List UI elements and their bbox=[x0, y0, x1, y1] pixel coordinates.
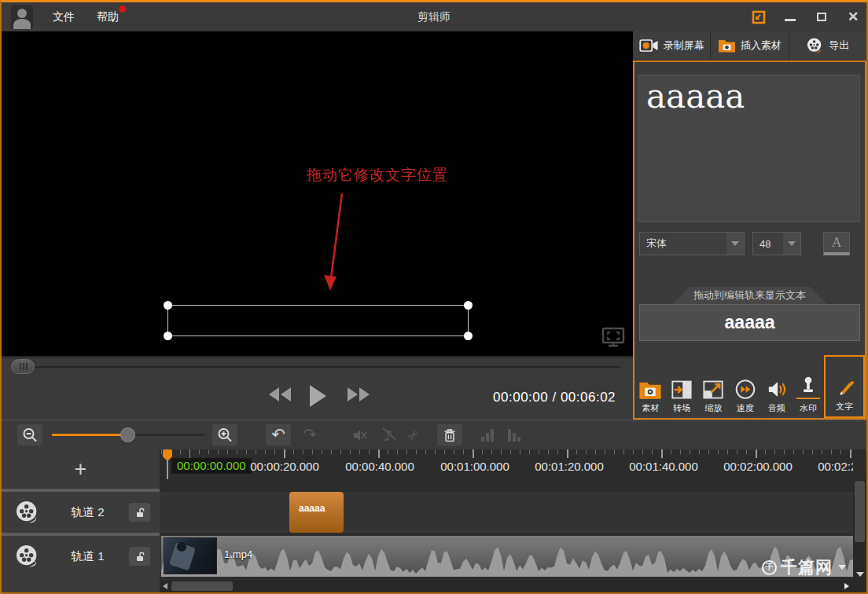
timeline-ruler[interactable]: 00:00:00.000 00:00:20.000 00:00:40.000 0… bbox=[160, 449, 853, 479]
vertical-scrollbar-thumb[interactable] bbox=[855, 481, 865, 542]
timeline-content: 00:00:00.000 00:00:20.000 00:00:40.000 0… bbox=[160, 449, 866, 592]
mini-mode-glyph bbox=[752, 10, 766, 24]
minimize-button[interactable] bbox=[783, 10, 797, 24]
redo-button[interactable]: ↷ bbox=[297, 424, 322, 446]
seek-handle-grip bbox=[23, 363, 24, 370]
audio-fade-out-button[interactable] bbox=[502, 424, 527, 446]
timeline-zoom-slider[interactable] bbox=[52, 434, 204, 436]
text-tool-panel: aaaaa 宋体 48 A 拖动到编辑轨来显示文本 aaaaa bbox=[633, 60, 866, 420]
resize-handle-topleft[interactable] bbox=[164, 301, 172, 310]
scroll-left-icon[interactable] bbox=[163, 583, 167, 589]
mini-mode-icon[interactable] bbox=[752, 10, 766, 24]
record-screen-label: 录制屏幕 bbox=[664, 38, 704, 53]
scroll-right-icon[interactable] bbox=[844, 583, 849, 589]
rewind-button[interactable] bbox=[269, 387, 291, 402]
menubar: 文件 帮助 bbox=[53, 10, 119, 24]
tool-label: 素材 bbox=[642, 402, 659, 414]
menu-file[interactable]: 文件 bbox=[53, 10, 75, 24]
unlock-icon bbox=[134, 507, 145, 518]
draggable-text-preview[interactable]: aaaaa bbox=[639, 304, 860, 341]
delete-button[interactable] bbox=[437, 424, 462, 446]
track-2-lock-button[interactable] bbox=[129, 503, 150, 522]
user-avatar[interactable] bbox=[11, 5, 33, 29]
tool-speed[interactable]: 速度 bbox=[730, 355, 761, 418]
video-clip-label: 1.mp4 bbox=[224, 548, 252, 560]
tool-text-active[interactable]: 文字 bbox=[824, 355, 865, 418]
resize-handle-bottomright[interactable] bbox=[464, 332, 473, 340]
audio-fade-in-button[interactable] bbox=[475, 424, 500, 446]
insert-material-label: 插入素材 bbox=[741, 38, 782, 53]
transition-icon bbox=[671, 380, 693, 400]
seek-handle[interactable] bbox=[11, 359, 35, 374]
track-header-2: 轨道 2 bbox=[2, 492, 160, 533]
app-window: 文件 帮助 剪辑师 ✕ 拖动它修改文字位置 bbox=[0, 0, 868, 594]
vertical-scrollbar[interactable] bbox=[853, 479, 866, 580]
font-color-button[interactable]: A bbox=[823, 232, 850, 255]
timeline: + 轨道 2 bbox=[2, 449, 866, 592]
undo-button[interactable]: ↶ bbox=[266, 424, 291, 446]
tool-watermark[interactable]: 水印 bbox=[793, 355, 824, 418]
caret-down-icon bbox=[838, 565, 846, 570]
tool-label: 音频 bbox=[768, 402, 785, 414]
tool-audio[interactable]: 音频 bbox=[761, 355, 793, 418]
text-clip[interactable]: aaaaa bbox=[289, 492, 344, 533]
track-2-lane: aaaaa bbox=[160, 492, 853, 533]
zoom-out-button[interactable] bbox=[17, 424, 42, 446]
trash-icon bbox=[443, 427, 457, 443]
tool-material[interactable]: 素材 bbox=[634, 355, 666, 418]
menu-help[interactable]: 帮助 bbox=[97, 10, 119, 24]
preview-column: 拖动它修改文字位置 bbox=[2, 31, 633, 420]
text-editor[interactable]: aaaaa bbox=[638, 75, 860, 222]
tool-label: 速度 bbox=[737, 402, 754, 414]
minimize-icon bbox=[785, 19, 796, 21]
horizontal-scrollbar-thumb[interactable] bbox=[171, 581, 233, 591]
export-button[interactable]: 导出 bbox=[789, 31, 866, 60]
chevron-down-icon[interactable] bbox=[783, 233, 800, 255]
playhead-line bbox=[167, 460, 168, 479]
font-size-select[interactable]: 48 bbox=[752, 232, 801, 255]
preview-canvas: 拖动它修改文字位置 bbox=[2, 31, 633, 356]
video-clip[interactable]: 1.mp4 bbox=[161, 536, 853, 577]
play-button[interactable] bbox=[310, 385, 326, 407]
scissors-icon: ✂ bbox=[403, 425, 424, 446]
audio-speaker-icon bbox=[766, 379, 788, 400]
watermark-highlight bbox=[796, 398, 820, 399]
close-button[interactable]: ✕ bbox=[846, 10, 860, 24]
fullscreen-monitor-icon bbox=[601, 327, 625, 348]
waveform-shape bbox=[161, 547, 853, 578]
maximize-icon bbox=[817, 13, 826, 21]
mute-button[interactable] bbox=[348, 424, 373, 446]
seek-bar[interactable] bbox=[2, 356, 633, 377]
resize-handle-topright[interactable] bbox=[464, 301, 473, 310]
remove-music-button[interactable]: ♪ bbox=[376, 424, 401, 446]
tool-scale[interactable]: 缩放 bbox=[697, 355, 729, 418]
slider-knob[interactable] bbox=[120, 427, 135, 442]
insert-material-icon bbox=[718, 38, 736, 53]
watermark: 千 千篇网 bbox=[762, 556, 846, 578]
track-1-lane: 1.mp4 bbox=[160, 536, 853, 577]
titlebar: 文件 帮助 剪辑师 ✕ bbox=[2, 2, 866, 31]
record-screen-button[interactable]: 录制屏幕 bbox=[633, 31, 711, 60]
scroll-down-icon[interactable] bbox=[856, 572, 864, 577]
add-track-button[interactable]: + bbox=[2, 449, 160, 489]
fast-forward-button[interactable] bbox=[348, 387, 370, 402]
fade-in-icon bbox=[481, 429, 494, 442]
horizontal-scrollbar[interactable] bbox=[160, 580, 866, 592]
undo-icon: ↶ bbox=[271, 427, 285, 443]
track-1-lock-button[interactable] bbox=[129, 547, 150, 566]
font-family-value: 宋体 bbox=[646, 236, 667, 251]
fullscreen-button[interactable] bbox=[601, 327, 625, 351]
resize-handle-bottomleft[interactable] bbox=[164, 332, 172, 340]
seek-track[interactable] bbox=[11, 366, 620, 368]
split-button[interactable]: ✂ bbox=[401, 424, 426, 446]
insert-material-button[interactable]: 插入素材 bbox=[711, 31, 789, 60]
chevron-down-icon[interactable] bbox=[726, 233, 744, 255]
zoom-in-button[interactable] bbox=[212, 424, 237, 446]
close-icon: ✕ bbox=[848, 10, 859, 24]
tool-transition[interactable]: 转场 bbox=[666, 355, 697, 418]
track-2-name: 轨道 2 bbox=[71, 505, 105, 520]
font-family-select[interactable]: 宋体 bbox=[639, 232, 745, 255]
maximize-button[interactable] bbox=[815, 10, 829, 24]
panel-top-buttons: 录制屏幕 插入素材 bbox=[633, 31, 866, 60]
text-selection-box[interactable] bbox=[167, 305, 469, 336]
